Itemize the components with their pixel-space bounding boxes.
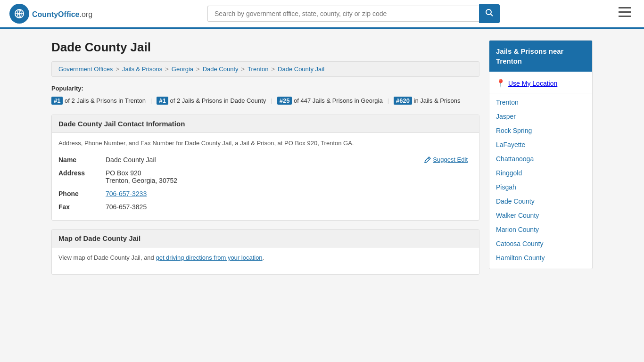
search-area: [207, 4, 500, 23]
sidebar-body: 📍 Use My Location Trenton Jasper Rock Sp…: [489, 72, 592, 269]
name-value: Dade County Jail Suggest Edit: [106, 153, 472, 166]
sidebar-item-chattanooga: Chattanooga: [489, 152, 592, 166]
breadcrumb-dade-county-jail[interactable]: Dade County Jail: [278, 66, 324, 73]
logo-text: CountyOffice.org: [32, 8, 92, 19]
popularity-section: Popularity: #1 of 2 Jails & Prisons in T…: [51, 82, 479, 107]
content-area: Dade County Jail Government Offices > Ja…: [51, 40, 479, 283]
sidebar-link-dade-county[interactable]: Dade County: [496, 197, 535, 205]
sidebar-link-marion-county[interactable]: Marion County: [496, 226, 539, 233]
pop-item-3: #25 of 447 Jails & Prisons in Georgia: [277, 95, 383, 107]
address-label: Address: [58, 166, 106, 187]
breadcrumb-georgia[interactable]: Georgia: [172, 66, 193, 73]
map-section: Map of Dade County Jail View map of Dade…: [51, 229, 479, 275]
sidebar-item-jasper: Jasper: [489, 109, 592, 123]
contact-info-table: Name Dade County Jail Suggest Edit: [58, 153, 472, 214]
logo-icon: [9, 4, 29, 24]
sidebar-item-trenton: Trenton: [489, 95, 592, 109]
sidebar-header: Jails & Prisons near Trenton: [489, 41, 592, 72]
table-row-phone: Phone 706-657-3233: [58, 187, 472, 200]
hamburger-menu-button[interactable]: [615, 5, 635, 22]
sidebar-link-catoosa-county[interactable]: Catoosa County: [496, 240, 543, 247]
sidebar-link-lafayette[interactable]: LaFayette: [496, 141, 525, 148]
breadcrumb-jails[interactable]: Jails & Prisons: [122, 66, 162, 73]
search-input[interactable]: [207, 6, 479, 22]
contact-section-body: Address, Phone Number, and Fax Number fo…: [52, 133, 479, 220]
fax-value: 706-657-3825: [106, 200, 472, 214]
svg-line-11: [428, 158, 429, 159]
map-section-header: Map of Dade County Jail: [52, 230, 479, 247]
location-dot-icon: 📍: [496, 79, 505, 88]
pop-item-1: #1 of 2 Jails & Prisons in Trenton: [51, 95, 146, 107]
svg-rect-10: [619, 16, 631, 17]
sidebar-link-chattanooga[interactable]: Chattanooga: [496, 155, 534, 163]
popularity-items: #1 of 2 Jails & Prisons in Trenton | #1 …: [51, 95, 479, 107]
sidebar-item-hamilton-county: Hamilton County: [489, 251, 592, 265]
contact-section-header: Dade County Jail Contact Information: [52, 115, 479, 133]
sidebar-link-jasper[interactable]: Jasper: [496, 113, 516, 120]
phone-label: Phone: [58, 187, 106, 200]
popularity-label: Popularity:: [51, 85, 83, 92]
name-label: Name: [58, 153, 106, 166]
table-row-fax: Fax 706-657-3825: [58, 200, 472, 214]
sidebar-box: Jails & Prisons near Trenton 📍 Use My Lo…: [489, 40, 593, 269]
sidebar-divider-1: [489, 93, 592, 93]
page-title: Dade County Jail: [51, 40, 479, 55]
pop-item-4: #620 in Jails & Prisons: [394, 95, 461, 107]
driving-directions-link[interactable]: get driving directions from your locatio…: [156, 254, 262, 261]
svg-point-5: [18, 13, 21, 15]
search-button[interactable]: [479, 4, 500, 23]
sidebar-link-hamilton-county[interactable]: Hamilton County: [496, 254, 545, 262]
suggest-edit-link[interactable]: Suggest Edit: [424, 156, 468, 163]
address-value: PO Box 920 Trenton, Georgia, 30752: [106, 166, 472, 187]
map-description: View map of Dade County Jail, and get dr…: [58, 254, 472, 261]
contact-description: Address, Phone Number, and Fax Number fo…: [58, 140, 472, 147]
phone-link[interactable]: 706-657-3233: [106, 190, 147, 197]
svg-line-7: [491, 14, 493, 16]
phone-value: 706-657-3233: [106, 187, 472, 200]
suggest-edit-icon: [424, 156, 431, 163]
breadcrumb-trenton[interactable]: Trenton: [248, 66, 268, 73]
logo-area[interactable]: CountyOffice.org: [9, 4, 92, 24]
svg-rect-9: [619, 11, 631, 13]
sidebar-link-rock-spring[interactable]: Rock Spring: [496, 127, 532, 134]
sidebar-item-rock-spring: Rock Spring: [489, 123, 592, 138]
use-my-location-link[interactable]: Use My Location: [508, 80, 557, 87]
svg-point-6: [486, 9, 491, 15]
breadcrumb-gov-offices[interactable]: Government Offices: [58, 66, 113, 73]
contact-section: Dade County Jail Contact Information Add…: [51, 115, 479, 221]
sidebar-link-walker-county[interactable]: Walker County: [496, 212, 539, 219]
sidebar-link-trenton[interactable]: Trenton: [496, 99, 519, 106]
svg-rect-8: [619, 7, 631, 8]
map-section-body: View map of Dade County Jail, and get dr…: [52, 247, 479, 274]
fax-label: Fax: [58, 200, 106, 214]
sidebar-item-ringgold: Ringgold: [489, 166, 592, 180]
breadcrumb: Government Offices > Jails & Prisons > G…: [51, 61, 479, 77]
sidebar-item-pisgah: Pisgah: [489, 180, 592, 194]
site-header: CountyOffice.org: [0, 0, 644, 29]
main-container: Dade County Jail Government Offices > Ja…: [44, 40, 600, 283]
sidebar-item-marion-county: Marion County: [489, 222, 592, 237]
sidebar-use-my-location[interactable]: 📍 Use My Location: [489, 75, 592, 91]
breadcrumb-dade-county[interactable]: Dade County: [203, 66, 239, 73]
table-row-name: Name Dade County Jail Suggest Edit: [58, 153, 472, 166]
table-row-address: Address PO Box 920 Trenton, Georgia, 307…: [58, 166, 472, 187]
sidebar-link-ringgold[interactable]: Ringgold: [496, 169, 522, 177]
sidebar-item-walker-county: Walker County: [489, 208, 592, 222]
sidebar-item-lafayette: LaFayette: [489, 138, 592, 152]
sidebar-link-pisgah[interactable]: Pisgah: [496, 183, 516, 191]
pop-item-2: #1 of 2 Jails & Prisons in Dade County: [157, 95, 266, 107]
sidebar-item-dade-county: Dade County: [489, 194, 592, 208]
sidebar-item-catoosa-county: Catoosa County: [489, 237, 592, 251]
sidebar: Jails & Prisons near Trenton 📍 Use My Lo…: [489, 40, 593, 283]
